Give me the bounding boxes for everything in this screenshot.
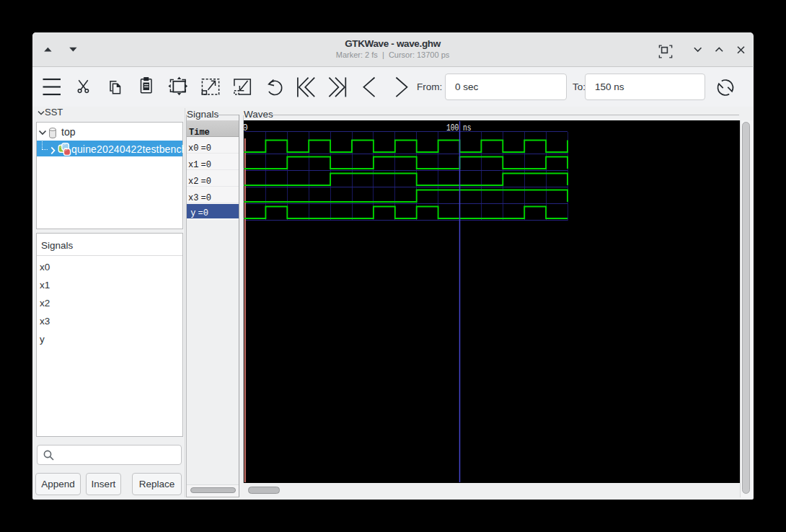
svg-text:0: 0 [244, 122, 248, 133]
svg-text:100 ns: 100 ns [446, 122, 472, 133]
